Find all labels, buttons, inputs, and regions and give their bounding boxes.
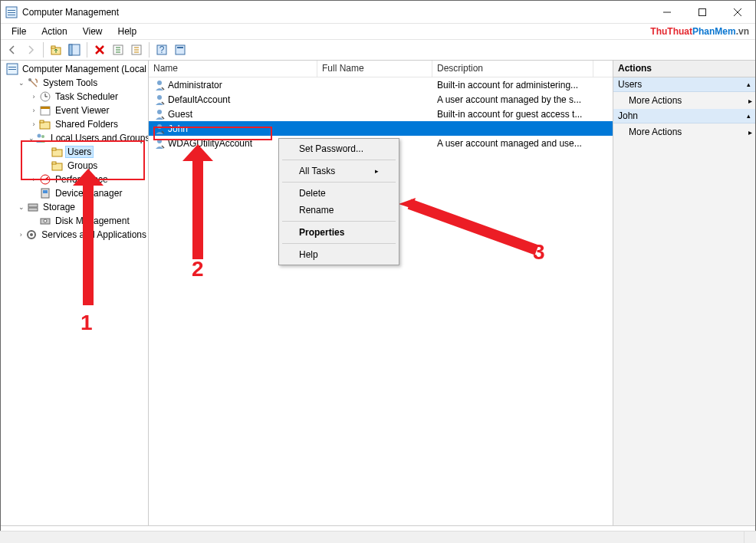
context-menu-item[interactable]: All Tasks▸ [281, 163, 397, 179]
tree-item[interactable]: ›Performance [1, 173, 148, 186]
action-section-label: John [618, 110, 638, 121]
menu-file[interactable]: File [4, 25, 34, 38]
task-icon [39, 90, 51, 103]
folder-icon [51, 160, 64, 172]
minimize-button[interactable] [649, 1, 685, 24]
context-menu-item[interactable]: Set Password... [281, 140, 397, 157]
disk-icon [39, 215, 51, 227]
submenu-arrow-icon: ▸ [375, 167, 379, 175]
tree-item[interactable]: ›Shared Folders [1, 117, 148, 131]
chevron-right-icon[interactable]: › [28, 91, 39, 102]
forward-button[interactable] [22, 41, 39, 58]
help-button[interactable]: ? [153, 41, 170, 58]
svg-point-23 [28, 78, 31, 81]
tree-item[interactable]: Computer Management (Local [1, 62, 148, 76]
tree-item[interactable]: ›Event Viewer [1, 104, 148, 117]
submenu-arrow-icon: ▸ [748, 97, 752, 105]
mgmt-icon [6, 63, 18, 75]
tree-item[interactable]: ⌄System Tools [1, 76, 148, 90]
context-menu-item[interactable]: Delete [281, 185, 397, 202]
show-hide-button[interactable] [66, 41, 83, 58]
list-row[interactable]: GuestBuilt-in account for guest access t… [149, 107, 613, 121]
context-menu-item[interactable]: Rename [281, 202, 397, 219]
chevron-right-icon[interactable]: › [28, 174, 39, 185]
list-row[interactable]: AdministratorBuilt-in account for admini… [149, 77, 613, 92]
tree-item-label: Computer Management (Local [21, 64, 148, 74]
user-name: John [168, 123, 188, 134]
svg-point-51 [157, 139, 162, 143]
action-section-label: Users [618, 79, 642, 90]
folder-share-icon [39, 118, 51, 130]
svg-rect-40 [43, 190, 48, 193]
delete-button[interactable] [91, 41, 108, 58]
spacer [28, 188, 39, 199]
svg-rect-18 [176, 45, 185, 54]
svg-rect-21 [8, 67, 16, 67]
svg-rect-19 [177, 47, 183, 48]
collapse-icon: ▴ [747, 81, 751, 88]
toolbar: ? [1, 39, 755, 61]
chevron-down-icon[interactable]: ⌄ [16, 202, 27, 212]
svg-point-49 [157, 110, 162, 114]
tree-item[interactable]: ⌄Storage [1, 200, 148, 214]
tree-item[interactable]: ›Task Scheduler [1, 90, 148, 104]
tree-item-label: Disk Management [54, 216, 131, 226]
user-icon [153, 108, 166, 120]
action-section-header[interactable]: John▴ [613, 109, 755, 123]
maximize-button[interactable] [685, 1, 720, 24]
svg-rect-41 [28, 204, 38, 207]
menu-item-label: All Tasks [299, 166, 335, 176]
menu-action[interactable]: Action [34, 25, 74, 38]
device-icon [39, 187, 51, 199]
refresh-button[interactable] [110, 41, 127, 58]
services-icon [25, 229, 38, 241]
user-description: Built-in account for guest access t... [432, 109, 593, 120]
user-icon [153, 137, 166, 150]
svg-point-31 [38, 134, 41, 138]
menubar: File Action View Help ThuThuatPhanMem.vn [1, 24, 755, 39]
action-section-header[interactable]: Users▴ [613, 77, 755, 92]
properties-button[interactable] [172, 41, 189, 58]
back-button[interactable] [4, 41, 21, 58]
menu-item-label: Properties [299, 227, 344, 238]
up-button[interactable] [48, 41, 64, 58]
titlebar: Computer Management [1, 1, 755, 24]
tree-item[interactable]: ⌄Local Users and Groups [1, 131, 148, 145]
menu-separator [282, 221, 396, 222]
tree-item[interactable]: Users [1, 145, 148, 159]
chevron-right-icon[interactable]: › [28, 119, 39, 130]
tree-item[interactable]: Disk Management [1, 214, 148, 228]
menu-help[interactable]: Help [110, 25, 145, 38]
svg-point-32 [41, 135, 44, 138]
tree-panel[interactable]: Computer Management (Local⌄System Tools›… [1, 61, 149, 525]
column-header[interactable]: Name [149, 61, 317, 77]
watermark: ThuThuatPhanMem.vn [650, 21, 749, 38]
tree-item[interactable]: ›Services and Applications [1, 228, 148, 242]
list-row[interactable]: John [149, 121, 613, 136]
storage-icon [27, 201, 39, 213]
chevron-right-icon[interactable]: › [16, 229, 25, 240]
action-item[interactable]: More Actions▸ [613, 92, 755, 109]
chevron-down-icon[interactable]: ⌄ [16, 77, 27, 88]
column-header[interactable]: Description [432, 61, 593, 77]
chevron-down-icon[interactable]: ⌄ [28, 133, 35, 143]
export-button[interactable] [128, 41, 145, 58]
spacer [41, 146, 51, 157]
chevron-right-icon[interactable]: › [28, 105, 39, 116]
actions-panel: Actions Users▴More Actions▸John▴More Act… [613, 61, 755, 525]
list-row[interactable]: DefaultAccountA user account managed by … [149, 92, 613, 107]
menu-view[interactable]: View [75, 25, 110, 38]
context-menu-item[interactable]: Properties [281, 224, 397, 241]
tree-item-label: System Tools [41, 77, 99, 88]
action-item[interactable]: More Actions▸ [613, 123, 755, 140]
tree-item[interactable]: Device Manager [1, 186, 148, 200]
context-menu-item[interactable]: Help [281, 246, 397, 263]
close-button[interactable] [720, 1, 755, 24]
menu-item-label: Rename [299, 205, 334, 216]
svg-rect-28 [41, 107, 50, 109]
tree-item[interactable]: Groups [1, 159, 148, 173]
svg-point-44 [44, 219, 47, 222]
column-header[interactable]: Full Name [317, 61, 432, 77]
list-header: NameFull NameDescription [149, 61, 613, 77]
tree-item-label: Local Users and Groups [49, 133, 149, 143]
